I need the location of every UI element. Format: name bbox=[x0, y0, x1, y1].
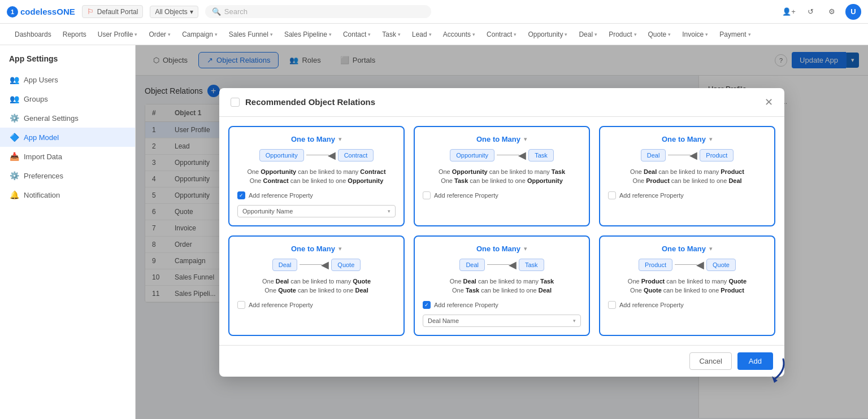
sidebar-item-groups[interactable]: 👥 Groups bbox=[0, 89, 135, 108]
nav-task[interactable]: Task▾ bbox=[376, 24, 406, 45]
logo-icon: 1 bbox=[7, 6, 18, 18]
nav-sales-pipeline[interactable]: Sales Pipeline▾ bbox=[279, 24, 337, 45]
add-reference-checkbox-2[interactable] bbox=[423, 191, 431, 199]
settings-icon[interactable]: ⚙ bbox=[824, 4, 840, 20]
chevron-down-icon: ▾ bbox=[215, 32, 218, 37]
portal-badge[interactable]: ⚐ Default Portal bbox=[82, 5, 144, 18]
relation-card-deal-product[interactable]: One to Many ▾ Deal ◀ Product bbox=[599, 126, 775, 226]
portal-icon: ⚐ bbox=[87, 7, 94, 16]
cancel-button[interactable]: Cancel bbox=[689, 352, 731, 370]
reference-dropdown-1[interactable]: Opportunity Name ▾ bbox=[237, 205, 396, 217]
sidebar-title: App Settings bbox=[0, 54, 135, 70]
reference-dropdown-5[interactable]: Deal Name ▾ bbox=[423, 315, 581, 327]
add-reference-label-4: Add reference Property bbox=[249, 302, 313, 308]
notification-icon: 🔔 bbox=[9, 190, 19, 200]
add-reference-checkbox-6[interactable] bbox=[608, 301, 616, 309]
sidebar-item-app-model[interactable]: 🔷 App Model bbox=[0, 128, 135, 147]
nav-opportunity[interactable]: Opportunity▾ bbox=[522, 24, 573, 45]
search-placeholder: Search bbox=[224, 7, 248, 16]
target-node-5: Task bbox=[519, 259, 544, 271]
relation-desc-6: One Product can be linked to many Quote … bbox=[608, 277, 766, 295]
dropdown-icon-2[interactable]: ▾ bbox=[524, 136, 527, 143]
sidebar-item-preferences[interactable]: ⚙️ Preferences bbox=[0, 166, 135, 185]
avatar[interactable]: U bbox=[845, 4, 861, 20]
sidebar-item-app-users[interactable]: 👥 App Users bbox=[0, 70, 135, 89]
add-reference-checkbox-3[interactable] bbox=[608, 191, 616, 199]
chevron-down-icon: ▾ bbox=[398, 32, 401, 37]
nav-reports[interactable]: Reports bbox=[57, 24, 92, 45]
all-objects-button[interactable]: All Objects ▾ bbox=[150, 6, 198, 18]
nav-quote[interactable]: Quote▾ bbox=[643, 24, 677, 45]
relation-desc-4: One Deal can be linked to many Quote One… bbox=[237, 277, 396, 295]
all-objects-chevron: ▾ bbox=[190, 8, 193, 16]
relation-card-deal-task[interactable]: One to Many ▾ Deal ◀ Task One bbox=[414, 235, 590, 336]
card-header-5: One to Many ▾ bbox=[423, 245, 581, 253]
relation-type-4: One to Many bbox=[291, 245, 335, 253]
relation-desc-2: One Opportunity can be linked to many Ta… bbox=[423, 167, 581, 186]
sidebar-item-notification[interactable]: 🔔 Notification bbox=[0, 185, 135, 204]
nav-campaign[interactable]: Campaign▾ bbox=[176, 24, 223, 45]
sidebar-item-general-settings[interactable]: ⚙️ General Settings bbox=[0, 108, 135, 128]
dropdown-icon-6[interactable]: ▾ bbox=[709, 245, 713, 252]
main-layout: App Settings 👥 App Users 👥 Groups ⚙️ Gen… bbox=[0, 45, 868, 419]
nav-dashboards[interactable]: Dashboards bbox=[9, 24, 57, 45]
curved-arrow-svg bbox=[749, 353, 789, 385]
relation-card-deal-quote[interactable]: One to Many ▾ Deal ◀ Quote On bbox=[228, 235, 405, 336]
relation-visual-2: Opportunity ◀ Task bbox=[423, 149, 581, 162]
dropdown-icon-4[interactable]: ▾ bbox=[338, 245, 342, 252]
dropdown-value-1: Opportunity Name bbox=[242, 208, 293, 215]
import-data-icon: 📥 bbox=[9, 151, 19, 162]
arrow-6: ◀ bbox=[672, 259, 706, 271]
relation-card-opportunity-contract[interactable]: One to Many ▾ Opportunity ◀ Contract bbox=[228, 126, 405, 226]
logo[interactable]: 1 codelessONE bbox=[7, 6, 75, 18]
sidebar-label-groups: Groups bbox=[24, 95, 48, 103]
search-icon: 🔍 bbox=[212, 7, 221, 16]
add-reference-checkbox-1[interactable] bbox=[237, 191, 245, 199]
nav-order[interactable]: Order▾ bbox=[143, 24, 176, 45]
relation-card-product-quote[interactable]: One to Many ▾ Product ◀ Quote bbox=[599, 235, 775, 336]
nav-invoice[interactable]: Invoice▾ bbox=[676, 24, 714, 45]
search-bar[interactable]: 🔍 Search bbox=[205, 5, 431, 18]
nav-user-profile[interactable]: User Profile▾ bbox=[92, 24, 144, 45]
nav-lead[interactable]: Lead▾ bbox=[406, 24, 437, 45]
logo-text: codelessONE bbox=[20, 7, 75, 16]
arrow-head-6: ◀ bbox=[696, 259, 704, 271]
relation-card-opportunity-task[interactable]: One to Many ▾ Opportunity ◀ Task bbox=[414, 126, 590, 226]
modal-overlay[interactable]: Recommended Object Relations ✕ One to Ma… bbox=[136, 45, 868, 419]
target-node-4: Quote bbox=[331, 259, 361, 271]
dropdown-chevron-5: ▾ bbox=[573, 318, 576, 324]
modal-close-button[interactable]: ✕ bbox=[765, 96, 773, 108]
arrow-head-2: ◀ bbox=[518, 149, 526, 162]
relation-type-3: One to Many bbox=[662, 135, 706, 143]
dropdown-icon-5[interactable]: ▾ bbox=[524, 245, 527, 252]
add-reference-checkbox-5[interactable] bbox=[423, 301, 431, 309]
nav-deal[interactable]: Deal▾ bbox=[573, 24, 603, 45]
modal-header-checkbox[interactable] bbox=[231, 98, 240, 107]
nav-contract[interactable]: Contract▾ bbox=[481, 24, 522, 45]
chevron-down-icon: ▾ bbox=[594, 32, 597, 37]
add-user-icon[interactable]: 👤+ bbox=[781, 4, 797, 20]
add-reference-checkbox-4[interactable] bbox=[237, 301, 245, 309]
nav-sales-funnel[interactable]: Sales Funnel▾ bbox=[223, 24, 279, 45]
modal-footer: Cancel Add bbox=[219, 345, 784, 377]
chevron-down-icon: ▾ bbox=[634, 32, 637, 37]
dropdown-value-5: Deal Name bbox=[428, 317, 459, 324]
nav-payment[interactable]: Payment▾ bbox=[714, 24, 756, 45]
target-node-6: Quote bbox=[706, 259, 736, 271]
arrow-3: ◀ bbox=[666, 149, 700, 162]
sidebar-item-import-data[interactable]: 📥 Import Data bbox=[0, 147, 135, 166]
sidebar: App Settings 👥 App Users 👥 Groups ⚙️ Gen… bbox=[0, 45, 136, 419]
add-reference-label-1: Add reference Property bbox=[249, 192, 313, 199]
arrow-4: ◀ bbox=[297, 259, 331, 271]
all-objects-label: All Objects bbox=[155, 8, 187, 16]
arrow-head-3: ◀ bbox=[689, 149, 697, 162]
dropdown-icon-3[interactable]: ▾ bbox=[709, 136, 713, 143]
checkbox-row-4: Add reference Property bbox=[237, 301, 396, 309]
nav-contact[interactable]: Contact▾ bbox=[337, 24, 376, 45]
nav-product[interactable]: Product▾ bbox=[603, 24, 642, 45]
dropdown-icon-1[interactable]: ▾ bbox=[338, 136, 342, 143]
history-icon[interactable]: ↺ bbox=[802, 4, 818, 20]
relation-type-5: One to Many bbox=[476, 245, 520, 253]
relation-visual-6: Product ◀ Quote bbox=[608, 259, 766, 271]
nav-accounts[interactable]: Accounts▾ bbox=[437, 24, 481, 45]
